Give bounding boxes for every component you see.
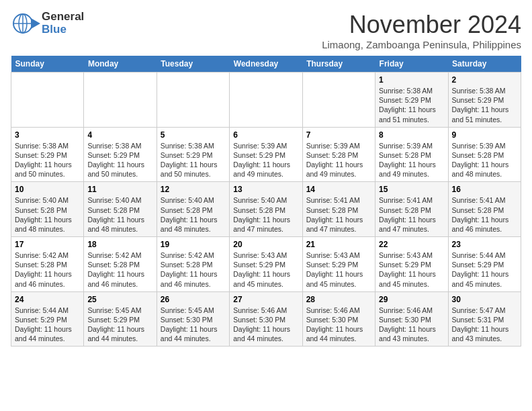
month-title: November 2024 xyxy=(322,11,521,39)
day-number: 4 xyxy=(87,130,152,140)
day-header-friday: Friday xyxy=(375,56,448,73)
day-info: Sunrise: 5:44 AMSunset: 5:29 PMDaylight:… xyxy=(452,250,517,289)
day-info: Sunrise: 5:42 AMSunset: 5:28 PMDaylight:… xyxy=(87,250,152,289)
day-number: 30 xyxy=(452,295,517,304)
calendar-cell: 9Sunrise: 5:39 AMSunset: 5:28 PMDaylight… xyxy=(448,127,521,182)
calendar-cell: 5Sunrise: 5:38 AMSunset: 5:29 PMDaylight… xyxy=(157,127,229,182)
logo-blue: Blue xyxy=(42,24,84,36)
day-info: Sunrise: 5:39 AMSunset: 5:28 PMDaylight:… xyxy=(452,141,517,179)
location-title: Limaong, Zamboanga Peninsula, Philippine… xyxy=(322,39,521,50)
day-info: Sunrise: 5:47 AMSunset: 5:31 PMDaylight:… xyxy=(452,306,517,344)
day-info: Sunrise: 5:40 AMSunset: 5:28 PMDaylight:… xyxy=(87,195,152,234)
calendar-week-row: 3Sunrise: 5:38 AMSunset: 5:29 PMDaylight… xyxy=(11,127,521,182)
calendar-cell: 11Sunrise: 5:40 AMSunset: 5:28 PMDayligh… xyxy=(84,182,157,237)
day-number: 3 xyxy=(15,130,80,140)
day-number: 18 xyxy=(87,240,152,249)
title-block: November 2024 Limaong, Zamboanga Peninsu… xyxy=(322,11,521,50)
day-number: 17 xyxy=(15,240,80,249)
calendar-cell: 28Sunrise: 5:46 AMSunset: 5:30 PMDayligh… xyxy=(302,291,375,347)
day-info: Sunrise: 5:45 AMSunset: 5:29 PMDaylight:… xyxy=(87,306,152,344)
calendar-cell: 6Sunrise: 5:39 AMSunset: 5:29 PMDaylight… xyxy=(230,127,302,182)
day-number: 21 xyxy=(306,240,371,249)
calendar-cell: 13Sunrise: 5:40 AMSunset: 5:28 PMDayligh… xyxy=(230,182,302,237)
day-info: Sunrise: 5:41 AMSunset: 5:28 PMDaylight:… xyxy=(452,195,517,234)
calendar-cell: 30Sunrise: 5:47 AMSunset: 5:31 PMDayligh… xyxy=(448,291,521,347)
day-info: Sunrise: 5:39 AMSunset: 5:29 PMDaylight:… xyxy=(233,141,298,179)
svg-marker-4 xyxy=(31,18,40,29)
calendar-cell: 21Sunrise: 5:43 AMSunset: 5:29 PMDayligh… xyxy=(302,237,375,292)
day-info: Sunrise: 5:46 AMSunset: 5:30 PMDaylight:… xyxy=(233,306,298,344)
calendar-cell: 7Sunrise: 5:39 AMSunset: 5:28 PMDaylight… xyxy=(302,127,375,182)
calendar-cell: 29Sunrise: 5:46 AMSunset: 5:30 PMDayligh… xyxy=(375,291,448,347)
day-header-saturday: Saturday xyxy=(448,56,521,73)
day-header-wednesday: Wednesday xyxy=(230,56,302,73)
page-header: General Blue November 2024 Limaong, Zamb… xyxy=(11,11,521,50)
day-info: Sunrise: 5:38 AMSunset: 5:29 PMDaylight:… xyxy=(15,141,80,179)
day-info: Sunrise: 5:38 AMSunset: 5:29 PMDaylight:… xyxy=(452,86,517,124)
day-number: 12 xyxy=(161,185,226,194)
calendar-cell: 8Sunrise: 5:39 AMSunset: 5:28 PMDaylight… xyxy=(375,127,448,182)
day-number: 26 xyxy=(161,295,226,304)
day-info: Sunrise: 5:46 AMSunset: 5:30 PMDaylight:… xyxy=(379,306,444,344)
calendar-cell: 25Sunrise: 5:45 AMSunset: 5:29 PMDayligh… xyxy=(84,291,157,347)
day-number: 1 xyxy=(379,75,444,85)
calendar-cell: 3Sunrise: 5:38 AMSunset: 5:29 PMDaylight… xyxy=(11,127,84,182)
day-number: 20 xyxy=(233,240,298,249)
day-number: 11 xyxy=(87,185,152,194)
day-info: Sunrise: 5:38 AMSunset: 5:29 PMDaylight:… xyxy=(87,141,152,179)
day-info: Sunrise: 5:40 AMSunset: 5:28 PMDaylight:… xyxy=(161,195,226,234)
day-number: 27 xyxy=(233,295,298,304)
calendar-cell: 15Sunrise: 5:41 AMSunset: 5:28 PMDayligh… xyxy=(375,182,448,237)
day-number: 10 xyxy=(15,185,80,194)
logo: General Blue xyxy=(11,11,84,36)
calendar-cell: 10Sunrise: 5:40 AMSunset: 5:28 PMDayligh… xyxy=(11,182,84,237)
day-number: 23 xyxy=(452,240,517,249)
calendar-cell: 23Sunrise: 5:44 AMSunset: 5:29 PMDayligh… xyxy=(448,237,521,292)
calendar-table: SundayMondayTuesdayWednesdayThursdayFrid… xyxy=(11,56,521,347)
day-number: 9 xyxy=(452,130,517,140)
calendar-body: 1Sunrise: 5:38 AMSunset: 5:29 PMDaylight… xyxy=(11,73,521,347)
day-info: Sunrise: 5:42 AMSunset: 5:28 PMDaylight:… xyxy=(161,250,226,289)
day-header-tuesday: Tuesday xyxy=(157,56,229,73)
calendar-cell: 2Sunrise: 5:38 AMSunset: 5:29 PMDaylight… xyxy=(448,73,521,128)
calendar-week-row: 24Sunrise: 5:44 AMSunset: 5:29 PMDayligh… xyxy=(11,291,521,347)
day-info: Sunrise: 5:41 AMSunset: 5:28 PMDaylight:… xyxy=(306,195,371,234)
calendar-cell: 4Sunrise: 5:38 AMSunset: 5:29 PMDaylight… xyxy=(84,127,157,182)
day-info: Sunrise: 5:42 AMSunset: 5:28 PMDaylight:… xyxy=(15,250,80,289)
day-info: Sunrise: 5:45 AMSunset: 5:30 PMDaylight:… xyxy=(161,306,226,344)
day-number: 19 xyxy=(161,240,226,249)
day-header-sunday: Sunday xyxy=(11,56,84,73)
day-number: 15 xyxy=(379,185,444,194)
calendar-week-row: 10Sunrise: 5:40 AMSunset: 5:28 PMDayligh… xyxy=(11,182,521,237)
day-info: Sunrise: 5:39 AMSunset: 5:28 PMDaylight:… xyxy=(379,141,444,179)
day-number: 25 xyxy=(87,295,152,304)
day-number: 14 xyxy=(306,185,371,194)
day-info: Sunrise: 5:38 AMSunset: 5:29 PMDaylight:… xyxy=(161,141,226,179)
calendar-cell: 17Sunrise: 5:42 AMSunset: 5:28 PMDayligh… xyxy=(11,237,84,292)
day-number: 13 xyxy=(233,185,298,194)
day-number: 16 xyxy=(452,185,517,194)
calendar-cell xyxy=(11,73,84,128)
calendar-cell: 18Sunrise: 5:42 AMSunset: 5:28 PMDayligh… xyxy=(84,237,157,292)
calendar-header-row: SundayMondayTuesdayWednesdayThursdayFrid… xyxy=(11,56,521,73)
calendar-cell: 26Sunrise: 5:45 AMSunset: 5:30 PMDayligh… xyxy=(157,291,229,347)
day-header-monday: Monday xyxy=(84,56,157,73)
day-info: Sunrise: 5:44 AMSunset: 5:29 PMDaylight:… xyxy=(15,306,80,344)
calendar-cell xyxy=(302,73,375,128)
day-info: Sunrise: 5:46 AMSunset: 5:30 PMDaylight:… xyxy=(306,306,371,344)
day-number: 6 xyxy=(233,130,298,140)
calendar-cell: 16Sunrise: 5:41 AMSunset: 5:28 PMDayligh… xyxy=(448,182,521,237)
day-number: 7 xyxy=(306,130,371,140)
day-header-thursday: Thursday xyxy=(302,56,375,73)
day-info: Sunrise: 5:43 AMSunset: 5:29 PMDaylight:… xyxy=(233,250,298,289)
calendar-cell: 24Sunrise: 5:44 AMSunset: 5:29 PMDayligh… xyxy=(11,291,84,347)
calendar-cell xyxy=(84,73,157,128)
calendar-cell xyxy=(230,73,302,128)
day-info: Sunrise: 5:43 AMSunset: 5:29 PMDaylight:… xyxy=(306,250,371,289)
day-number: 2 xyxy=(452,75,517,85)
calendar-cell: 12Sunrise: 5:40 AMSunset: 5:28 PMDayligh… xyxy=(157,182,229,237)
day-info: Sunrise: 5:40 AMSunset: 5:28 PMDaylight:… xyxy=(233,195,298,234)
calendar-cell: 20Sunrise: 5:43 AMSunset: 5:29 PMDayligh… xyxy=(230,237,302,292)
day-number: 8 xyxy=(379,130,444,140)
day-info: Sunrise: 5:38 AMSunset: 5:29 PMDaylight:… xyxy=(379,86,444,124)
